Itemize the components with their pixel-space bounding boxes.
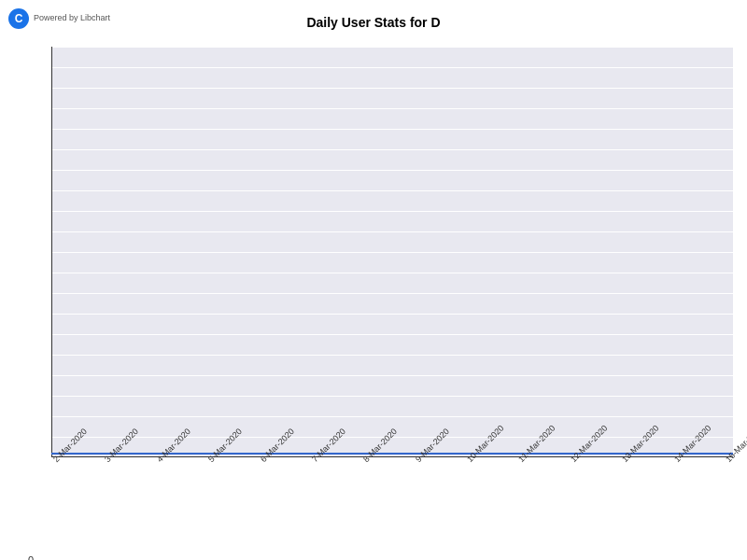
grid-line <box>51 108 733 109</box>
grid-line <box>51 47 733 48</box>
x-axis: 2-Mar-20203-Mar-20204-Mar-20205-Mar-2020… <box>51 457 733 551</box>
grid-line <box>51 375 733 376</box>
grid-line <box>51 67 733 68</box>
chart-title: Daily User Stats for D <box>0 15 747 30</box>
grid-line <box>51 293 733 294</box>
grid-line <box>51 211 733 212</box>
chart-grid <box>51 47 733 457</box>
chart-area <box>51 47 733 457</box>
grid-line <box>51 170 733 171</box>
grid-line <box>51 190 733 191</box>
grid-line <box>51 273 733 273</box>
grid-line <box>51 334 733 335</box>
grid-line <box>51 252 733 253</box>
grid-line <box>51 231 733 232</box>
chart-container: C Powered by Libchart Daily User Stats f… <box>0 0 747 560</box>
y-axis-zero-label: 0 <box>28 554 34 560</box>
chart-left-border <box>51 47 52 457</box>
grid-line <box>51 88 733 89</box>
grid-line <box>51 416 733 417</box>
grid-line <box>51 314 733 315</box>
grid-line <box>51 129 733 130</box>
grid-line <box>51 149 733 150</box>
grid-line <box>51 396 733 397</box>
grid-line <box>51 355 733 356</box>
